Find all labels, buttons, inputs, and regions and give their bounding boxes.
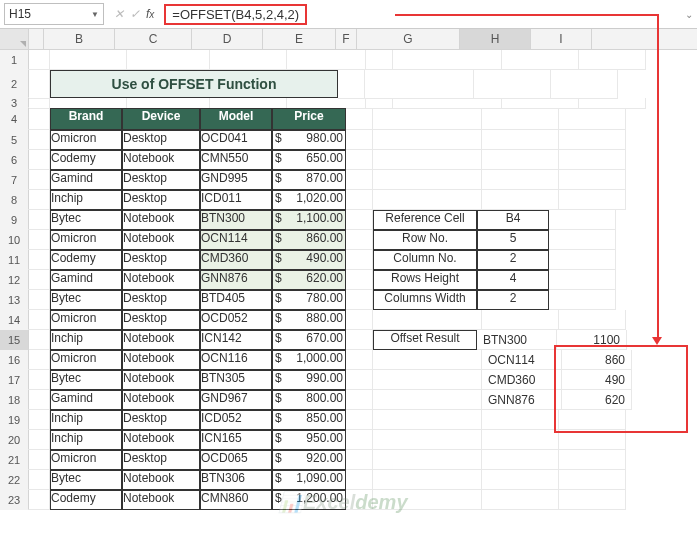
cell-device[interactable]: Desktop bbox=[122, 130, 200, 150]
row-header[interactable]: 22 bbox=[0, 470, 29, 490]
cell-device[interactable]: Desktop bbox=[122, 250, 200, 270]
cell-price[interactable]: $1,020.00 bbox=[272, 190, 346, 210]
row-header[interactable]: 4 bbox=[0, 108, 29, 130]
cell-model[interactable]: ICN165 bbox=[200, 430, 272, 450]
cell-device[interactable]: Desktop bbox=[122, 310, 200, 330]
row-header[interactable]: 18 bbox=[0, 390, 29, 410]
cell-model[interactable]: GND967 bbox=[200, 390, 272, 410]
cell-brand[interactable]: Codemy bbox=[50, 250, 122, 270]
cell-price[interactable]: $980.00 bbox=[272, 130, 346, 150]
cell-brand[interactable]: Bytec bbox=[50, 290, 122, 310]
cell-price[interactable]: $1,200.00 bbox=[272, 490, 346, 510]
cell-model[interactable]: OCN114 bbox=[200, 230, 272, 250]
row-header[interactable]: 14 bbox=[0, 310, 29, 330]
row-header[interactable]: 23 bbox=[0, 490, 29, 510]
cell-brand[interactable]: Codemy bbox=[50, 490, 122, 510]
row-header[interactable]: 20 bbox=[0, 430, 29, 450]
row-header[interactable]: 11 bbox=[0, 250, 29, 270]
cell-device[interactable]: Notebook bbox=[122, 430, 200, 450]
row-header[interactable]: 15 bbox=[0, 330, 29, 350]
cell-model[interactable]: OCD041 bbox=[200, 130, 272, 150]
formula-input[interactable]: =OFFSET(B4,5,2,4,2) bbox=[164, 4, 307, 25]
col-H[interactable]: H bbox=[460, 29, 531, 49]
cell-device[interactable]: Notebook bbox=[122, 210, 200, 230]
cell-model[interactable]: BTN306 bbox=[200, 470, 272, 490]
cell-model[interactable]: GND995 bbox=[200, 170, 272, 190]
cell-device[interactable]: Notebook bbox=[122, 470, 200, 490]
cell-model[interactable]: GNN876 bbox=[200, 270, 272, 290]
chevron-down-icon[interactable]: ▼ bbox=[91, 10, 99, 19]
cell-model[interactable]: CMN550 bbox=[200, 150, 272, 170]
expand-icon[interactable]: ⌄ bbox=[679, 9, 693, 20]
cell-price[interactable]: $780.00 bbox=[272, 290, 346, 310]
cell-brand[interactable]: Omicron bbox=[50, 450, 122, 470]
cell-device[interactable]: Notebook bbox=[122, 350, 200, 370]
cell-price[interactable]: $800.00 bbox=[272, 390, 346, 410]
col-A[interactable] bbox=[29, 29, 44, 49]
cell-price[interactable]: $860.00 bbox=[272, 230, 346, 250]
cell-device[interactable]: Desktop bbox=[122, 450, 200, 470]
cell-model[interactable]: ICN142 bbox=[200, 330, 272, 350]
row-header[interactable]: 19 bbox=[0, 410, 29, 430]
row-header[interactable]: 13 bbox=[0, 290, 29, 310]
cell-device[interactable]: Notebook bbox=[122, 390, 200, 410]
cell-model[interactable]: BTN305 bbox=[200, 370, 272, 390]
cell-model[interactable]: ICD052 bbox=[200, 410, 272, 430]
cell-brand[interactable]: Inchip bbox=[50, 430, 122, 450]
spreadsheet-grid[interactable]: 1 2 Use of OFFSET Function 3 4 Brand Dev… bbox=[0, 50, 697, 510]
row-header[interactable]: 17 bbox=[0, 370, 29, 390]
cell-model[interactable]: CMD360 bbox=[200, 250, 272, 270]
cell-price[interactable]: $650.00 bbox=[272, 150, 346, 170]
cell-price[interactable]: $850.00 bbox=[272, 410, 346, 430]
row-header[interactable]: 5 bbox=[0, 130, 29, 150]
cell-brand[interactable]: Codemy bbox=[50, 150, 122, 170]
cell-price[interactable]: $920.00 bbox=[272, 450, 346, 470]
cell-model[interactable]: OCN116 bbox=[200, 350, 272, 370]
row-header[interactable]: 16 bbox=[0, 350, 29, 370]
cell-model[interactable]: BTN300 bbox=[200, 210, 272, 230]
cell-model[interactable]: CMN860 bbox=[200, 490, 272, 510]
cell-brand[interactable]: Bytec bbox=[50, 370, 122, 390]
check-icon[interactable]: ✓ bbox=[130, 7, 140, 21]
cell-device[interactable]: Notebook bbox=[122, 490, 200, 510]
cell-brand[interactable]: Gamind bbox=[50, 390, 122, 410]
cell-brand[interactable]: Omicron bbox=[50, 350, 122, 370]
cell-device[interactable]: Notebook bbox=[122, 270, 200, 290]
cell-device[interactable]: Desktop bbox=[122, 190, 200, 210]
cell-brand[interactable]: Bytec bbox=[50, 210, 122, 230]
cell-device[interactable]: Desktop bbox=[122, 290, 200, 310]
cell-price[interactable]: $490.00 bbox=[272, 250, 346, 270]
cell-price[interactable]: $880.00 bbox=[272, 310, 346, 330]
col-F[interactable]: F bbox=[336, 29, 357, 49]
cell-brand[interactable]: Omicron bbox=[50, 310, 122, 330]
cell-model[interactable]: OCD052 bbox=[200, 310, 272, 330]
cell-device[interactable]: Notebook bbox=[122, 230, 200, 250]
cell-price[interactable]: $870.00 bbox=[272, 170, 346, 190]
fx-icon[interactable]: fx bbox=[146, 7, 154, 21]
col-B[interactable]: B bbox=[44, 29, 115, 49]
cell-device[interactable]: Notebook bbox=[122, 150, 200, 170]
row-header[interactable]: 8 bbox=[0, 190, 29, 210]
row-header[interactable]: 6 bbox=[0, 150, 29, 170]
row-header[interactable]: 3 bbox=[0, 98, 29, 108]
cell-device[interactable]: Desktop bbox=[122, 170, 200, 190]
cell-brand[interactable]: Omicron bbox=[50, 230, 122, 250]
cell-price[interactable]: $670.00 bbox=[272, 330, 346, 350]
cell-model[interactable]: OCD065 bbox=[200, 450, 272, 470]
cell-model[interactable]: BTD405 bbox=[200, 290, 272, 310]
row-header[interactable]: 9 bbox=[0, 210, 29, 230]
col-E[interactable]: E bbox=[263, 29, 336, 49]
col-G[interactable]: G bbox=[357, 29, 460, 49]
cell-brand[interactable]: Inchip bbox=[50, 330, 122, 350]
row-header[interactable]: 2 bbox=[0, 70, 29, 98]
cell-brand[interactable]: Bytec bbox=[50, 470, 122, 490]
cell-price[interactable]: $1,000.00 bbox=[272, 350, 346, 370]
cell-price[interactable]: $1,090.00 bbox=[272, 470, 346, 490]
cell-brand[interactable]: Inchip bbox=[50, 190, 122, 210]
cell-model[interactable]: ICD011 bbox=[200, 190, 272, 210]
cell-brand[interactable]: Inchip bbox=[50, 410, 122, 430]
col-D[interactable]: D bbox=[192, 29, 263, 49]
name-box[interactable]: H15 ▼ bbox=[4, 3, 104, 25]
cell-device[interactable]: Notebook bbox=[122, 330, 200, 350]
cancel-icon[interactable]: ✕ bbox=[114, 7, 124, 21]
